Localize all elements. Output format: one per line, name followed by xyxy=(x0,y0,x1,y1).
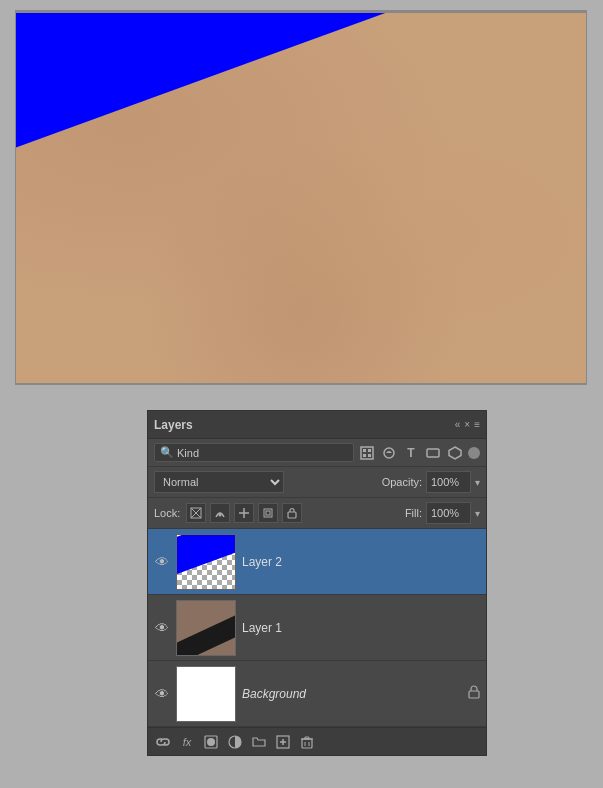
kind-search[interactable]: 🔍 xyxy=(154,443,354,462)
adjustment-icon[interactable] xyxy=(226,733,244,751)
trash-icon[interactable] xyxy=(298,733,316,751)
collapse-icon[interactable]: « xyxy=(455,419,461,430)
filter-smart-icon[interactable] xyxy=(446,444,464,462)
folder-icon[interactable] xyxy=(250,733,268,751)
panel-header-left: Layers xyxy=(154,418,193,432)
lock-all-btn[interactable] xyxy=(282,503,302,523)
svg-rect-13 xyxy=(264,509,272,517)
close-icon[interactable]: × xyxy=(464,419,470,430)
panel-menu-icon[interactable]: ≡ xyxy=(474,419,480,430)
lock-pixels-btn[interactable] xyxy=(186,503,206,523)
filter-icons: T xyxy=(358,444,480,462)
svg-rect-23 xyxy=(302,739,312,748)
svg-rect-2 xyxy=(368,449,371,452)
layer-row-layer2[interactable]: 👁 Layer 2 xyxy=(148,529,486,595)
fill-label: Fill: xyxy=(405,507,422,519)
panel-bottom: fx xyxy=(148,727,486,755)
panel-title: Layers xyxy=(154,418,193,432)
layer-name-layer2: Layer 2 xyxy=(242,555,480,569)
svg-rect-25 xyxy=(305,737,309,739)
filter-adjustment-icon[interactable] xyxy=(380,444,398,462)
opacity-label: Opacity: xyxy=(382,476,422,488)
svg-rect-14 xyxy=(266,511,270,515)
opacity-arrow[interactable]: ▾ xyxy=(475,477,480,488)
bottom-icons: fx xyxy=(154,733,316,751)
layer-name-bg: Background xyxy=(242,687,462,701)
lock-row: Lock: Fill: 100% ▾ xyxy=(148,498,486,529)
svg-point-10 xyxy=(219,514,222,517)
fill-value[interactable]: 100% xyxy=(426,502,471,524)
panel-header-icons: « × ≡ xyxy=(455,419,480,430)
thumb-stripe-layer1 xyxy=(176,608,236,655)
lock-icons xyxy=(186,503,302,523)
layer-row-background[interactable]: 👁 Background xyxy=(148,661,486,727)
visibility-icon-layer2[interactable]: 👁 xyxy=(154,554,170,570)
layer-thumb-layer2 xyxy=(176,534,236,590)
link-icon[interactable] xyxy=(154,733,172,751)
fill-arrow[interactable]: ▾ xyxy=(475,508,480,519)
filter-toggle[interactable] xyxy=(468,447,480,459)
layer-thumb-layer1 xyxy=(176,600,236,656)
fx-icon[interactable]: fx xyxy=(178,733,196,751)
blend-row: Normal Dissolve Multiply Screen Overlay … xyxy=(148,467,486,498)
svg-rect-3 xyxy=(363,454,366,457)
filter-type-icon[interactable]: T xyxy=(402,444,420,462)
lock-position-btn[interactable] xyxy=(234,503,254,523)
svg-point-18 xyxy=(207,738,215,746)
lock-artboard-btn[interactable] xyxy=(258,503,278,523)
svg-rect-1 xyxy=(363,449,366,452)
lock-label: Lock: xyxy=(154,507,180,519)
blue-stripe xyxy=(16,13,586,158)
visibility-icon-bg[interactable]: 👁 xyxy=(154,686,170,702)
kind-input[interactable] xyxy=(177,447,227,459)
svg-rect-4 xyxy=(368,454,371,457)
thumb-stripe xyxy=(176,534,236,574)
opacity-group: Opacity: 100% ▾ xyxy=(382,471,480,493)
opacity-value[interactable]: 100% xyxy=(426,471,471,493)
svg-rect-6 xyxy=(427,449,439,457)
filter-shape-icon[interactable] xyxy=(424,444,442,462)
layers-list: 👁 Layer 2 👁 Layer 1 👁 Background xyxy=(148,529,486,727)
svg-rect-0 xyxy=(361,447,373,459)
filter-pixel-icon[interactable] xyxy=(358,444,376,462)
layers-panel: Layers « × ≡ 🔍 T xyxy=(147,410,487,756)
visibility-icon-layer1[interactable]: 👁 xyxy=(154,620,170,636)
panel-header: Layers « × ≡ xyxy=(148,411,486,439)
layer-thumb-bg xyxy=(176,666,236,722)
search-icon: 🔍 xyxy=(160,446,174,459)
svg-rect-15 xyxy=(288,512,296,518)
fill-group: Fill: 100% ▾ xyxy=(405,502,480,524)
svg-rect-16 xyxy=(469,691,479,698)
layer-name-layer1: Layer 1 xyxy=(242,621,480,635)
new-layer-icon[interactable] xyxy=(274,733,292,751)
canvas-image xyxy=(16,13,586,383)
canvas-area xyxy=(15,10,587,385)
kind-row: 🔍 T xyxy=(148,439,486,467)
lock-paint-btn[interactable] xyxy=(210,503,230,523)
mask-icon[interactable] xyxy=(202,733,220,751)
background-lock-icon xyxy=(468,685,480,702)
layer-row-layer1[interactable]: 👁 Layer 1 xyxy=(148,595,486,661)
blend-mode-select[interactable]: Normal Dissolve Multiply Screen Overlay xyxy=(154,471,284,493)
